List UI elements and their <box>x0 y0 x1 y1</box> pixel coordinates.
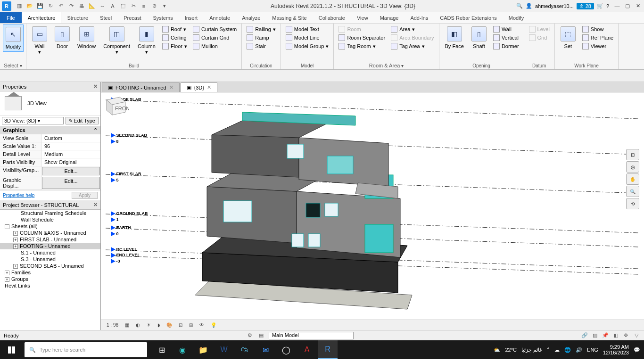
roof-button[interactable]: Roof ▾ <box>160 25 189 33</box>
select-underlay-icon[interactable]: ▨ <box>591 332 599 339</box>
notification-badge[interactable]: ⏱ 28 <box>577 3 594 9</box>
language-indicator[interactable]: ENG <box>587 347 598 353</box>
autocad-icon[interactable]: A <box>297 340 317 359</box>
edit-type-button[interactable]: ✎ Edit Type <box>66 117 99 124</box>
column-button[interactable]: ▮Column▾ <box>135 25 158 57</box>
shadow-icon[interactable]: ◗ <box>156 322 162 328</box>
tab-structure[interactable]: Structure <box>61 12 94 23</box>
show-button[interactable]: Show <box>580 25 615 33</box>
network-icon[interactable]: 🌐 <box>564 347 571 353</box>
stair-button[interactable]: Stair <box>245 42 278 50</box>
qat-print-icon[interactable]: 🖶 <box>77 2 86 10</box>
tab-modify[interactable]: Modify <box>503 12 530 23</box>
tray-chevron-icon[interactable]: ˄ <box>547 347 550 353</box>
model-line-button[interactable]: Model Line <box>284 34 331 41</box>
worksets-icon[interactable]: ⚙ <box>246 332 254 339</box>
by-face-button[interactable]: ◧By Face <box>442 25 467 51</box>
weather-icon[interactable]: ⛅ <box>494 347 500 353</box>
type-preview[interactable]: 3D View <box>0 91 100 115</box>
onedrive-icon[interactable]: ☁ <box>554 347 560 353</box>
view-tab[interactable]: ▣FOOTING - Unnamed✕ <box>102 82 180 92</box>
level-marker[interactable]: ▶ SECOND SLAB▶ 8 <box>111 132 147 144</box>
tree-expand-icon[interactable]: + <box>5 277 9 282</box>
tab-systems[interactable]: Systems <box>147 12 179 23</box>
component-button[interactable]: ◫Component▾ <box>100 25 133 57</box>
tab-steel[interactable]: Steel <box>94 12 118 23</box>
tab-massing-site[interactable]: Massing & Site <box>266 12 313 23</box>
tab-cads-rebar-extensions[interactable]: CADS Rebar Extensions <box>434 12 503 23</box>
qat-measure-icon[interactable]: 📐 <box>88 2 96 10</box>
qat-3d-icon[interactable]: ⬚ <box>119 2 127 10</box>
tree-expand-icon[interactable]: + <box>5 271 9 275</box>
taskbar-search[interactable]: 🔍Type here to search <box>25 342 147 357</box>
qat-switch-icon[interactable]: ▾ <box>160 2 169 10</box>
tree-item[interactable]: Revit Links <box>0 282 100 289</box>
viewcube[interactable]: FRONT <box>101 92 129 118</box>
taskbar-clock[interactable]: 9:29 AM12/16/2023 <box>603 344 629 355</box>
tab-annotate[interactable]: Annotate <box>204 12 236 23</box>
tree-expand-icon[interactable]: + <box>13 238 18 242</box>
property-value[interactable]: Show Original <box>41 158 100 166</box>
category-header[interactable]: Graphics⌃ <box>0 126 100 134</box>
qat-thin-icon[interactable]: ≡ <box>140 2 148 10</box>
tree-item[interactable]: +FIRST SLAB - Unnamed <box>0 236 100 243</box>
minimize-button[interactable]: — <box>613 2 621 10</box>
tree-item[interactable]: +SECOND SLAB - Unnamed <box>0 263 100 269</box>
ramp-button[interactable]: Ramp <box>245 34 278 41</box>
view-tab-close-icon[interactable]: ✕ <box>169 84 173 90</box>
qat-text-icon[interactable]: A <box>108 2 117 10</box>
project-browser-tree[interactable]: Structural Framing ScheduleWall Schedule… <box>0 210 100 330</box>
property-edit-button[interactable]: Edit... <box>42 177 100 189</box>
room-separator-button[interactable]: Room Separator <box>337 34 387 41</box>
view-tab-close-icon[interactable]: ✕ <box>207 84 211 90</box>
tab-analyze[interactable]: Analyze <box>236 12 266 23</box>
model-text-button[interactable]: Model Text <box>284 25 331 33</box>
select-pinned-icon[interactable]: 📌 <box>602 332 609 339</box>
action-center-icon[interactable]: 💬 <box>634 347 640 353</box>
chrome-icon[interactable]: ◯ <box>276 340 296 359</box>
qat-section-icon[interactable]: ✂ <box>129 2 138 10</box>
hide-icon[interactable]: 👁 <box>198 322 206 328</box>
property-row[interactable]: Graphic Displ...Edit... <box>0 176 100 190</box>
qat-dim-icon[interactable]: ↔ <box>98 2 107 10</box>
word-icon[interactable]: W <box>214 340 234 359</box>
property-edit-button[interactable]: Edit... <box>42 167 100 175</box>
help-icon[interactable]: ? <box>606 3 609 9</box>
cart-icon[interactable]: 🛒 <box>597 3 603 9</box>
tag-room-button[interactable]: Tag Room ▾ <box>337 42 387 50</box>
select-links-icon[interactable]: 🔗 <box>581 332 588 339</box>
viewer-button[interactable]: Viewer <box>580 42 615 50</box>
tab-collaborate[interactable]: Collaborate <box>313 12 351 23</box>
qat-undo-icon[interactable]: ↶ <box>57 2 65 10</box>
tree-item[interactable]: -Sheets (all) <box>0 223 100 230</box>
user-name[interactable]: ahmedyaser10... <box>535 3 574 9</box>
property-value[interactable]: Custom <box>41 134 100 142</box>
tree-item[interactable]: Structural Framing Schedule <box>0 210 100 216</box>
qat-open-icon[interactable]: ▥ <box>15 2 24 10</box>
mullion-button[interactable]: Mullion <box>191 42 239 50</box>
style-icon[interactable]: ◐ <box>134 322 142 328</box>
qat-close-icon[interactable]: ⊘ <box>150 2 158 10</box>
tree-item[interactable]: +FOOTING - Unnamed <box>0 243 100 249</box>
nav-wheel-icon[interactable]: ◎ <box>626 161 639 173</box>
curtain-system-button[interactable]: Curtain System <box>191 25 239 33</box>
tree-expand-icon[interactable]: + <box>13 231 18 236</box>
tab-manage[interactable]: Manage <box>374 12 405 23</box>
crop-icon[interactable]: ⊡ <box>177 322 184 328</box>
tab-precast[interactable]: Precast <box>118 12 147 23</box>
properties-close-icon[interactable]: ✕ <box>93 83 98 90</box>
qat-open-folder-icon[interactable]: 📂 <box>25 2 34 10</box>
property-row[interactable]: Detail LevelMedium <box>0 150 100 158</box>
tab-view[interactable]: View <box>351 12 374 23</box>
curtain-grid-button[interactable]: Curtain Grid <box>191 34 239 41</box>
search-icon[interactable]: 🔍 <box>516 3 523 9</box>
maximize-button[interactable]: ▢ <box>623 2 632 10</box>
nav-zoom-icon[interactable]: 🔍 <box>626 186 639 197</box>
nav-orbit-icon[interactable]: ⟲ <box>626 198 639 209</box>
tree-item[interactable]: +COLUMN &AXIS - Unnamed <box>0 230 100 236</box>
tree-item[interactable]: +Families <box>0 269 100 276</box>
tag-area-button[interactable]: Tag Area ▾ <box>389 42 436 50</box>
door-button[interactable]: ▯Door <box>52 25 73 51</box>
property-value[interactable]: Medium <box>41 150 100 158</box>
reveal-icon[interactable]: 💡 <box>209 322 218 328</box>
